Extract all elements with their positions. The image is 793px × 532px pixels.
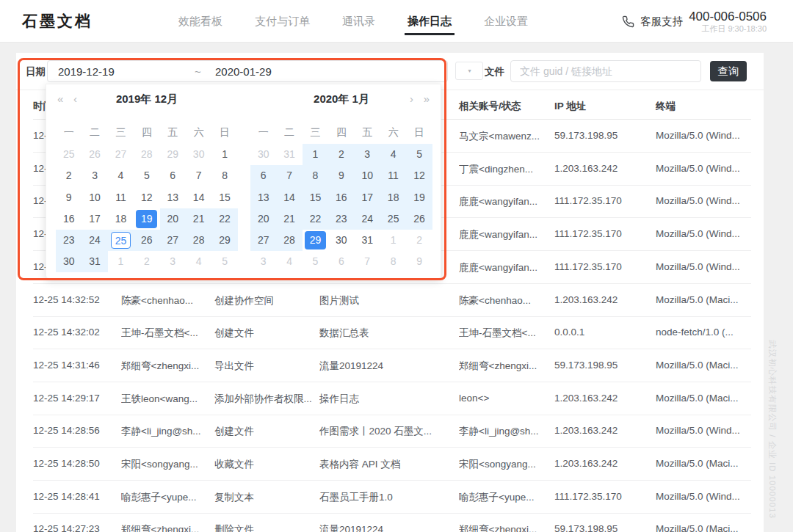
- calendar-day[interactable]: 16: [56, 208, 82, 230]
- calendar-day[interactable]: 7: [276, 165, 302, 186]
- nav-tab[interactable]: 通讯录: [342, 0, 375, 43]
- calendar-day[interactable]: 24: [355, 208, 380, 230]
- calendar-day[interactable]: 28: [186, 230, 211, 251]
- calendar-day[interactable]: 2: [134, 251, 159, 272]
- calendar-day[interactable]: 3: [82, 165, 107, 186]
- calendar-day[interactable]: 15: [303, 187, 328, 208]
- filter-type-dropdown[interactable]: ▼: [455, 62, 483, 80]
- calendar-day[interactable]: 14: [276, 187, 302, 208]
- calendar-day[interactable]: 22: [303, 208, 328, 230]
- calendar-day[interactable]: 30: [250, 144, 276, 165]
- calendar-day[interactable]: 26: [82, 144, 107, 165]
- calendar-day[interactable]: 25: [380, 208, 406, 230]
- date-end-value[interactable]: 2020-01-29: [215, 65, 272, 78]
- calendar-day[interactable]: 30: [186, 144, 211, 165]
- calendar-day[interactable]: 7: [186, 165, 211, 186]
- calendar-day[interactable]: 31: [355, 230, 380, 251]
- calendar-day[interactable]: 28: [134, 144, 159, 165]
- calendar-day[interactable]: 31: [276, 144, 302, 165]
- calendar-day[interactable]: 27: [160, 230, 186, 251]
- calendar-day[interactable]: 2: [56, 165, 82, 186]
- calendar-day[interactable]: 5: [134, 165, 159, 186]
- day-number: 11: [110, 189, 131, 207]
- calendar-day[interactable]: 4: [380, 144, 406, 165]
- nav-tab[interactable]: 企业设置: [484, 0, 528, 43]
- file-guid-input[interactable]: [510, 60, 701, 82]
- calendar-day[interactable]: 13: [250, 187, 276, 208]
- calendar-day[interactable]: 6: [250, 165, 276, 186]
- calendar-day[interactable]: 27: [108, 144, 134, 165]
- calendar-day[interactable]: 8: [380, 251, 406, 272]
- calendar-day[interactable]: 9: [328, 165, 354, 186]
- nav-tab[interactable]: 操作日志: [408, 0, 452, 43]
- calendar-day[interactable]: 21: [276, 208, 302, 230]
- calendar-day[interactable]: 22: [211, 208, 237, 230]
- calendar-day[interactable]: 24: [82, 230, 107, 251]
- calendar-day[interactable]: 20: [160, 208, 186, 230]
- calendar-day[interactable]: 6: [328, 251, 354, 272]
- calendar-day[interactable]: 16: [328, 187, 354, 208]
- calendar-day[interactable]: 18: [380, 187, 406, 208]
- calendar-day[interactable]: 7: [355, 251, 380, 272]
- nav-tab[interactable]: 支付与订单: [255, 0, 310, 43]
- calendar-day[interactable]: 27: [250, 230, 276, 251]
- calendar-day[interactable]: 10: [355, 165, 380, 186]
- calendar-day[interactable]: 12: [406, 165, 432, 186]
- calendar-day[interactable]: 28: [276, 230, 302, 251]
- calendar-day[interactable]: 2: [328, 144, 354, 165]
- calendar-day[interactable]: 20: [250, 208, 276, 230]
- calendar-day[interactable]: 1: [380, 230, 406, 251]
- calendar-day[interactable]: 2: [406, 230, 432, 251]
- calendar-day[interactable]: 1: [211, 144, 237, 165]
- calendar-day[interactable]: 17: [355, 187, 380, 208]
- calendar-day[interactable]: 19: [406, 187, 432, 208]
- calendar-day[interactable]: 26: [134, 230, 159, 251]
- calendar-day[interactable]: 17: [82, 208, 107, 230]
- calendar-day[interactable]: 8: [211, 165, 237, 186]
- nav-tab[interactable]: 效能看板: [178, 0, 222, 43]
- calendar-day[interactable]: 26: [406, 208, 432, 230]
- calendar-day[interactable]: 5: [303, 251, 328, 272]
- calendar-day[interactable]: 4: [186, 251, 211, 272]
- calendar-day[interactable]: 23: [56, 230, 82, 251]
- calendar-day[interactable]: 4: [108, 165, 134, 186]
- calendar-day[interactable]: 31: [82, 251, 107, 272]
- calendar-day[interactable]: 21: [186, 208, 211, 230]
- calendar-day[interactable]: 4: [276, 251, 302, 272]
- query-button[interactable]: 查询: [710, 61, 747, 81]
- calendar-day[interactable]: 3: [160, 251, 186, 272]
- calendar-day[interactable]: 9: [56, 187, 82, 208]
- calendar-day[interactable]: 1: [303, 144, 328, 165]
- calendar-day[interactable]: 29: [211, 230, 237, 251]
- calendar-day[interactable]: 29: [303, 230, 328, 251]
- calendar-day[interactable]: 29: [160, 144, 186, 165]
- support-label[interactable]: 客服支持: [640, 15, 683, 29]
- calendar-day[interactable]: 6: [160, 165, 186, 186]
- date-range-input[interactable]: 2019-12-19 ~ 2020-01-29: [47, 60, 448, 82]
- calendar-day[interactable]: 5: [406, 144, 432, 165]
- chevron-down-icon: ▼: [466, 68, 471, 74]
- cell-time: 12-25 14:32:02: [33, 327, 120, 338]
- calendar-day[interactable]: 5: [211, 251, 237, 272]
- calendar-day[interactable]: 30: [56, 251, 82, 272]
- calendar-day[interactable]: 11: [380, 165, 406, 186]
- calendar-day[interactable]: 14: [186, 187, 211, 208]
- calendar-day[interactable]: 1: [108, 251, 134, 272]
- calendar-day[interactable]: 12: [134, 187, 159, 208]
- cell-user: 郑细弯<zhengxi...: [121, 360, 212, 373]
- calendar-day[interactable]: 25: [108, 230, 134, 251]
- calendar-day[interactable]: 10: [82, 187, 107, 208]
- calendar-day[interactable]: 15: [211, 187, 237, 208]
- calendar-day[interactable]: 3: [355, 144, 380, 165]
- calendar-day[interactable]: 18: [108, 208, 134, 230]
- calendar-day[interactable]: 23: [328, 208, 354, 230]
- calendar-day[interactable]: 30: [328, 230, 354, 251]
- calendar-day[interactable]: 9: [406, 251, 432, 272]
- calendar-day[interactable]: 3: [250, 251, 276, 272]
- calendar-day[interactable]: 13: [160, 187, 186, 208]
- date-start-value[interactable]: 2019-12-19: [58, 65, 115, 78]
- calendar-day[interactable]: 11: [108, 187, 134, 208]
- calendar-day[interactable]: 8: [303, 165, 328, 186]
- calendar-day[interactable]: 25: [56, 144, 82, 165]
- calendar-day[interactable]: 19: [134, 208, 159, 230]
